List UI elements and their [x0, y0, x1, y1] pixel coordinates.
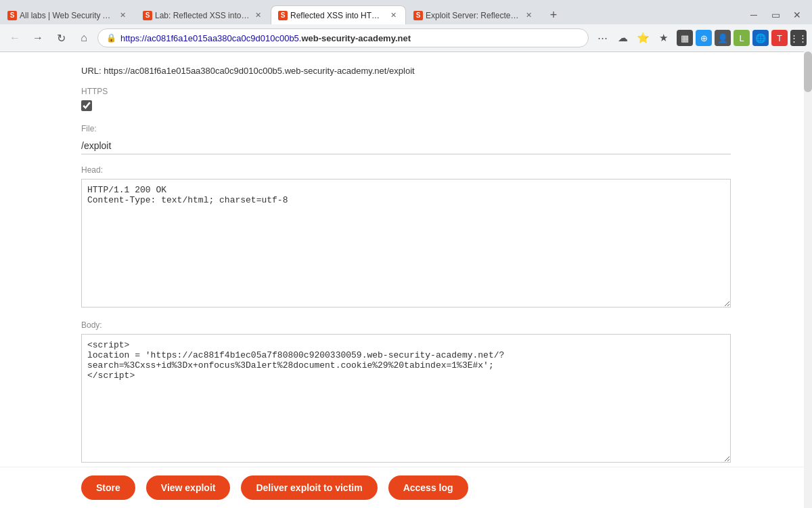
- forward-button[interactable]: →: [28, 28, 47, 47]
- https-label: HTTPS: [81, 87, 731, 96]
- bottom-buttons: Store View exploit Deliver exploit to vi…: [0, 467, 812, 508]
- more-button[interactable]: ⋯: [593, 28, 612, 47]
- file-label: File:: [81, 124, 731, 133]
- access-log-button[interactable]: Access log: [388, 475, 468, 500]
- https-section: HTTPS: [81, 87, 731, 113]
- ext-5-icon[interactable]: 🌐: [752, 30, 769, 46]
- pocket-button[interactable]: ☁: [613, 28, 632, 47]
- deliver-button[interactable]: Deliver exploit to victim: [241, 475, 377, 500]
- extensions-area: ▦ ⊕ 👤 L 🌐 T ⋮⋮: [677, 30, 807, 46]
- ext-6-icon[interactable]: T: [771, 30, 788, 46]
- scrollbar-track[interactable]: [804, 51, 812, 508]
- page-content: URL: https://ac081f6a1e015aa380ca0c9d010…: [0, 52, 812, 508]
- close-button[interactable]: ✕: [788, 5, 807, 24]
- tab-2[interactable]: S Lab: Reflected XSS into HTML ... ✕: [135, 5, 271, 24]
- tab-4[interactable]: S Exploit Server: Reflected XSS in... ✕: [406, 5, 541, 24]
- address-bar-row: ← → ↻ ⌂ 🔒 https://ac081f6a1e015aa380ca0c…: [0, 24, 812, 51]
- url-domain: web-security-academy.net: [301, 33, 411, 43]
- file-input[interactable]: [81, 137, 731, 154]
- ext-1-icon[interactable]: ▦: [677, 30, 693, 46]
- head-label: Head:: [81, 165, 731, 175]
- tab-2-favicon: S: [143, 11, 152, 20]
- tab-3-favicon: S: [278, 11, 288, 20]
- body-textarea[interactable]: <script> location = 'https://ac881f4b1ec…: [81, 334, 731, 463]
- back-button[interactable]: ←: [5, 28, 24, 47]
- url-text: https://ac081f6a1e015aa380ca0c9d010c00b5…: [120, 33, 580, 43]
- tab-4-favicon: S: [413, 11, 423, 20]
- url-prefix: https://ac081f6a1e015aa380ca0c9d010c00b5…: [120, 33, 301, 43]
- tab-1-title: All labs | Web Security Academ...: [20, 11, 114, 20]
- tab-1-close[interactable]: ✕: [117, 10, 128, 21]
- browser-chrome: S All labs | Web Security Academ... ✕ S …: [0, 0, 812, 52]
- ext-4-icon[interactable]: L: [734, 30, 750, 46]
- reload-button[interactable]: ↻: [51, 28, 70, 47]
- url-display: URL: https://ac081f6a1e015aa380ca0c9d010…: [81, 66, 731, 76]
- address-bar[interactable]: 🔒 https://ac081f6a1e015aa380ca0c9d010c00…: [97, 28, 589, 47]
- security-icon: 🔒: [106, 33, 116, 43]
- scrollbar-thumb[interactable]: [804, 51, 812, 92]
- sync-button[interactable]: ⭐: [633, 28, 652, 47]
- head-textarea[interactable]: HTTP/1.1 200 OK Content-Type: text/html;…: [81, 179, 731, 308]
- tab-2-close[interactable]: ✕: [252, 10, 263, 21]
- restore-button[interactable]: ▭: [766, 5, 785, 24]
- tab-2-title: Lab: Reflected XSS into HTML ...: [155, 11, 250, 20]
- view-exploit-button[interactable]: View exploit: [146, 475, 231, 500]
- file-section: File:: [81, 124, 731, 154]
- ext-7-icon[interactable]: ⋮⋮: [790, 30, 807, 46]
- tab-3[interactable]: S Reflected XSS into HTML cont... ✕: [271, 5, 406, 24]
- tab-1-favicon: S: [7, 11, 17, 20]
- store-button[interactable]: Store: [81, 475, 135, 500]
- tab-1[interactable]: S All labs | Web Security Academ... ✕: [0, 5, 135, 24]
- bookmark-button[interactable]: ★: [654, 28, 673, 47]
- minimize-button[interactable]: ─: [744, 5, 763, 24]
- ext-2-icon[interactable]: ⊕: [696, 30, 712, 46]
- tab-4-close[interactable]: ✕: [523, 10, 534, 21]
- ext-3-icon[interactable]: 👤: [715, 30, 731, 46]
- tab-3-title: Reflected XSS into HTML cont...: [290, 11, 385, 20]
- head-section: Head: HTTP/1.1 200 OK Content-Type: text…: [81, 165, 731, 310]
- new-tab-button[interactable]: +: [544, 5, 563, 24]
- tab-3-close[interactable]: ✕: [388, 10, 399, 21]
- address-bar-actions: ⋯ ☁ ⭐ ★: [593, 28, 673, 47]
- tab-bar: S All labs | Web Security Academ... ✕ S …: [0, 0, 812, 24]
- https-checkbox[interactable]: [81, 100, 92, 111]
- body-label: Body:: [81, 320, 731, 330]
- home-button[interactable]: ⌂: [74, 28, 93, 47]
- body-section: Body: <script> location = 'https://ac881…: [81, 320, 731, 465]
- tab-4-title: Exploit Server: Reflected XSS in...: [426, 11, 520, 20]
